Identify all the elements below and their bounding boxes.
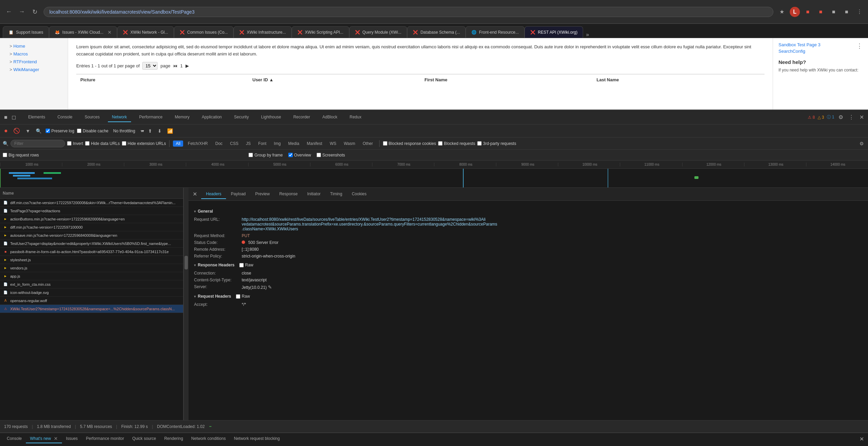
blocked-response-checkbox[interactable] bbox=[383, 141, 387, 146]
sandbox-link[interactable]: Sandbox Test Page 3 bbox=[778, 42, 863, 47]
tab-adblock[interactable]: AdBlock bbox=[318, 113, 341, 122]
tab-recorder[interactable]: Recorder bbox=[289, 113, 314, 122]
details-tab-cookies[interactable]: Cookies bbox=[347, 189, 371, 199]
browser-tab-support[interactable]: 📋 Support Issues bbox=[3, 26, 49, 38]
download-btn[interactable]: ⬇ bbox=[156, 127, 163, 135]
more-devtools-btn[interactable]: ⋮ bbox=[847, 113, 855, 122]
filter-wasm-btn[interactable]: Wasm bbox=[341, 141, 358, 147]
req-item-autosave[interactable]: ► autosave.min.js?cache-version=17222596… bbox=[0, 231, 183, 239]
tab-elements[interactable]: Elements bbox=[24, 113, 49, 122]
big-rows-checkbox[interactable] bbox=[3, 153, 7, 157]
request-raw-checkbox[interactable] bbox=[236, 294, 240, 299]
screenshots-label[interactable]: Screenshots bbox=[317, 153, 345, 158]
browser-tab-frontend[interactable]: 🌐 Front-end Resource... bbox=[466, 26, 525, 38]
invert-checkbox[interactable] bbox=[67, 141, 71, 146]
filter-doc-btn[interactable]: Doc bbox=[213, 141, 225, 147]
preserve-log-label[interactable]: Preserve log bbox=[46, 129, 74, 133]
filter-toggle-btn[interactable]: ▼ bbox=[24, 127, 32, 135]
search-button[interactable]: 🔍 bbox=[34, 127, 43, 135]
response-headers-section-header[interactable]: Response Headers Raw bbox=[194, 261, 863, 269]
clear-button[interactable]: 🚫 bbox=[12, 126, 21, 135]
req-item-passbolt[interactable]: ■ passbolt-iframe-in-form-call-to-action… bbox=[0, 248, 183, 256]
request-headers-section-header[interactable]: Request Headers Raw bbox=[194, 293, 863, 300]
filter-all-btn[interactable]: All bbox=[173, 141, 183, 147]
bottom-tab-issues[interactable]: Issues bbox=[62, 435, 82, 443]
filter-input[interactable] bbox=[11, 140, 65, 147]
devtools-inspect-btn[interactable]: ■ bbox=[3, 113, 9, 122]
filter-ws-btn[interactable]: WS bbox=[327, 141, 339, 147]
blocked-requests-label[interactable]: Blocked requests bbox=[438, 141, 475, 146]
back-button[interactable]: ← bbox=[3, 6, 14, 17]
hide-data-urls-label[interactable]: Hide data URLs bbox=[85, 141, 120, 146]
browser-tab-query[interactable]: ❌ Query Module (XWi... bbox=[349, 26, 407, 38]
sidebar-item-wikimanager[interactable]: WikiManager bbox=[5, 66, 62, 73]
extension-button-1[interactable]: ■ bbox=[803, 7, 813, 17]
record-button[interactable]: ● bbox=[3, 126, 9, 136]
first-page-btn[interactable]: ⏮ bbox=[173, 63, 177, 68]
more-menu-button[interactable]: ⋮ bbox=[854, 7, 865, 17]
disable-cache-checkbox[interactable] bbox=[77, 129, 81, 133]
req-item-icon-svg[interactable]: 📄 icon-without-badge.svg bbox=[0, 288, 183, 297]
req-item-opensans[interactable]: A opensans-regular.woff bbox=[0, 297, 183, 305]
filter-css-btn[interactable]: CSS bbox=[227, 141, 241, 147]
upload-btn[interactable]: ⬆ bbox=[147, 127, 154, 135]
browser-tab-common[interactable]: ❌ Common Issues (Co... bbox=[174, 26, 234, 38]
req-item-diff-js[interactable]: ► diff.min.js?cache-version=172225971000… bbox=[0, 223, 183, 231]
req-item-vendors[interactable]: ► vendors.js bbox=[0, 264, 183, 272]
filter-font-btn[interactable]: Font bbox=[256, 141, 269, 147]
address-bar[interactable]: localhost:8080/xwiki/wiki/livedatamacrot… bbox=[44, 7, 773, 17]
browser-tab-db[interactable]: ❌ Database Schema (... bbox=[407, 26, 466, 38]
details-tab-response[interactable]: Response bbox=[274, 189, 302, 199]
extension-button-2[interactable]: ■ bbox=[816, 7, 826, 17]
throttle-select[interactable]: No throttling bbox=[111, 128, 142, 134]
tab-sources[interactable]: Sources bbox=[81, 113, 104, 122]
tab-close-issues[interactable]: ✕ bbox=[108, 30, 112, 35]
req-item-diff-css[interactable]: 📄 diff.min.css?cache-version=17222597200… bbox=[0, 199, 183, 207]
hide-ext-urls-label[interactable]: Hide extension URLs bbox=[122, 141, 166, 146]
third-party-checkbox[interactable] bbox=[477, 141, 482, 146]
filter-media-btn[interactable]: Media bbox=[286, 141, 302, 147]
blocked-response-label[interactable]: Blocked response cookies bbox=[383, 141, 436, 146]
tab-network[interactable]: Network bbox=[108, 113, 131, 122]
preserve-log-checkbox[interactable] bbox=[46, 129, 50, 133]
bookmark-button[interactable]: ★ bbox=[777, 7, 787, 17]
more-tabs-button[interactable]: » bbox=[583, 32, 592, 38]
group-by-frame-checkbox[interactable] bbox=[248, 153, 253, 157]
extension-button-4[interactable]: ■ bbox=[841, 7, 852, 17]
req-item-xwiki-testuser[interactable]: ⚠ XWiki.TestUser2?timestamp=172415283052… bbox=[0, 305, 183, 313]
tab-console[interactable]: Console bbox=[53, 113, 77, 122]
throttle-dropdown[interactable]: No throttling ▾ bbox=[111, 128, 144, 134]
req-item-testpage3[interactable]: 📄 TestPage3?xpage=editactions bbox=[0, 207, 183, 215]
bottom-tab-network-blocking[interactable]: Network request blocking bbox=[230, 435, 284, 443]
invert-label[interactable]: Invert bbox=[67, 141, 83, 146]
bottom-tab-whats-new[interactable]: What's new ✕ bbox=[26, 434, 62, 443]
whats-new-close[interactable]: ✕ bbox=[54, 436, 58, 441]
tab-lighthouse[interactable]: Lighthouse bbox=[257, 113, 285, 122]
filter-settings-btn[interactable]: ⚙ bbox=[858, 139, 865, 148]
per-page-select[interactable]: 15 25 50 bbox=[142, 62, 158, 70]
bottom-close-btn[interactable]: ✕ bbox=[858, 434, 865, 444]
browser-tab-scripting[interactable]: ❌ XWiki Scripting API... bbox=[292, 26, 349, 38]
tab-application[interactable]: Application bbox=[198, 113, 226, 122]
sidebar-item-rtfrontend[interactable]: RTFrontend bbox=[5, 58, 62, 66]
browser-tab-infra[interactable]: ❌ XWiki Infrastructure... bbox=[234, 26, 292, 38]
req-item-app[interactable]: ► app.js bbox=[0, 272, 183, 280]
req-item-stylesheet[interactable]: ► stylesheet.js bbox=[0, 256, 183, 264]
disable-cache-label[interactable]: Disable cache bbox=[77, 129, 108, 133]
response-raw-checkbox[interactable] bbox=[239, 263, 244, 267]
bottom-tab-network-conditions[interactable]: Network conditions bbox=[187, 435, 230, 443]
devtools-device-btn[interactable]: ◻ bbox=[10, 113, 17, 122]
extension-button-3[interactable]: ■ bbox=[829, 7, 839, 17]
bottom-tab-console[interactable]: Console bbox=[3, 435, 26, 443]
details-tab-timing[interactable]: Timing bbox=[325, 189, 347, 199]
tab-security[interactable]: Security bbox=[230, 113, 253, 122]
filter-img-btn[interactable]: Img bbox=[271, 141, 284, 147]
third-party-label[interactable]: 3rd-party requests bbox=[477, 141, 516, 146]
bottom-tab-quick-source[interactable]: Quick source bbox=[128, 435, 160, 443]
split-scrollbar[interactable] bbox=[184, 188, 189, 420]
profile-button[interactable]: L bbox=[790, 7, 800, 17]
tab-memory[interactable]: Memory bbox=[171, 113, 193, 122]
hide-data-urls-checkbox[interactable] bbox=[85, 141, 90, 146]
general-section-header[interactable]: General bbox=[194, 208, 863, 215]
details-tab-initiator[interactable]: Initiator bbox=[302, 189, 325, 199]
